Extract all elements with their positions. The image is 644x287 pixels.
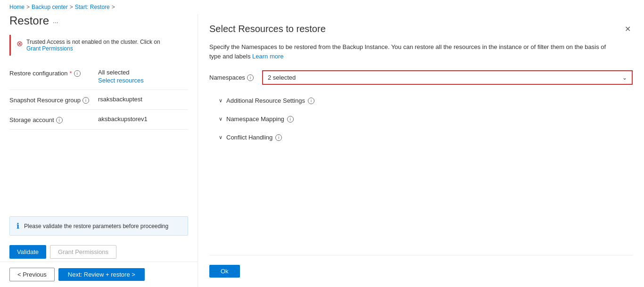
breadcrumb-sep-2: > [70, 4, 73, 10]
grant-permissions-link[interactable]: Grant Permissions [26, 45, 160, 52]
breadcrumb: Home > Backup center > Start: Restore > [0, 0, 644, 14]
section-namespace-mapping: ∨Namespace Mappingi [209, 111, 633, 127]
conflict-handling-info-icon[interactable]: i [275, 134, 282, 141]
info-banner-icon: ℹ [17, 221, 19, 230]
section-header-additional-resource-settings[interactable]: ∨Additional Resource Settingsi [209, 92, 633, 109]
snapshot-rg-value: rsaksbackuptest [98, 96, 188, 103]
breadcrumb-sep-1: > [26, 4, 30, 10]
section-label-conflict-handling: Conflict Handling [226, 134, 272, 141]
restore-config-info-icon[interactable]: i [74, 70, 81, 77]
storage-account-value: aksbackupstorev1 [98, 115, 188, 123]
error-box: ⊗ Trusted Access is not enabled on the c… [9, 35, 188, 56]
form-row-storage-account: Storage account i aksbackupstorev1 [9, 110, 188, 130]
dialog-description: Specify the Namespaces to be restored fr… [209, 42, 615, 61]
namespace-mapping-info-icon[interactable]: i [287, 116, 294, 123]
page-title-ellipsis: ... [53, 17, 58, 25]
grant-permissions-button[interactable]: Grant Permissions [50, 245, 116, 259]
chevron-down-icon: ⌄ [622, 74, 627, 81]
action-button-row: Validate Grant Permissions [9, 245, 188, 259]
additional-resource-settings-info-icon[interactable]: i [308, 98, 314, 104]
section-label-additional-resource-settings: Additional Resource Settings [226, 97, 305, 104]
error-content: Trusted Access is not enabled on the clu… [26, 39, 160, 52]
restore-config-label: Restore configuration * i [9, 69, 94, 77]
nav-buttons: < Previous Next: Review + restore > [0, 262, 198, 287]
previous-button[interactable]: < Previous [9, 268, 55, 281]
learn-more-link[interactable]: Learn more [252, 53, 283, 60]
info-banner-text: Please validate the restore parameters b… [24, 223, 168, 230]
info-banner: ℹ Please validate the restore parameters… [9, 216, 188, 236]
breadcrumb-backup-center[interactable]: Backup center [32, 4, 68, 10]
section-label-namespace-mapping: Namespace Mapping [226, 115, 284, 123]
error-text: Trusted Access is not enabled on the clu… [26, 39, 160, 45]
section-additional-resource-settings: ∨Additional Resource Settingsi [209, 92, 633, 109]
snapshot-rg-label: Snapshot Resource group i [9, 96, 94, 104]
namespaces-value: 2 selected [268, 74, 296, 81]
storage-account-label: Storage account i [9, 115, 94, 123]
chevron-down-icon: ∨ [219, 116, 223, 122]
storage-account-info-icon[interactable]: i [56, 117, 63, 123]
select-resources-link[interactable]: Select resources [98, 77, 188, 84]
section-header-conflict-handling[interactable]: ∨Conflict Handlingi [209, 129, 633, 146]
close-button[interactable]: ✕ [623, 24, 633, 35]
namespaces-field-row: Namespaces i 2 selected ⌄ [209, 70, 633, 85]
breadcrumb-start-restore[interactable]: Start: Restore [75, 4, 110, 10]
form-row-snapshot-rg: Snapshot Resource group i rsaksbackuptes… [9, 90, 188, 110]
dialog-footer: Ok [209, 255, 633, 278]
chevron-down-icon: ∨ [219, 98, 223, 104]
validate-button[interactable]: Validate [9, 245, 46, 259]
namespaces-label: Namespaces i [209, 74, 256, 81]
namespaces-dropdown[interactable]: 2 selected ⌄ [262, 70, 633, 85]
dialog-header: Select Resources to restore ✕ [209, 24, 633, 35]
breadcrumb-sep-3: > [112, 4, 115, 10]
page-title: Restore ... [9, 14, 188, 27]
next-button[interactable]: Next: Review + restore > [58, 268, 145, 281]
namespaces-info-icon[interactable]: i [247, 74, 254, 81]
chevron-down-icon: ∨ [219, 134, 223, 140]
snapshot-rg-info-icon[interactable]: i [83, 97, 89, 104]
expandable-sections: ∨Additional Resource Settingsi∨Namespace… [209, 92, 633, 148]
dialog-title: Select Resources to restore [209, 24, 326, 34]
form-row-restore-config: Restore configuration * i All selected S… [9, 63, 188, 90]
required-asterisk: * [70, 70, 72, 77]
section-header-namespace-mapping[interactable]: ∨Namespace Mappingi [209, 111, 633, 127]
section-conflict-handling: ∨Conflict Handlingi [209, 129, 633, 146]
left-panel: Restore ... ⊗ Trusted Access is not enab… [0, 14, 198, 287]
breadcrumb-home[interactable]: Home [9, 4, 25, 10]
ok-button[interactable]: Ok [209, 265, 240, 278]
right-panel: Select Resources to restore ✕ Specify th… [198, 14, 644, 287]
form-section: Restore configuration * i All selected S… [9, 63, 188, 209]
restore-config-value: All selected Select resources [98, 69, 188, 84]
error-icon: ⊗ [17, 39, 23, 48]
